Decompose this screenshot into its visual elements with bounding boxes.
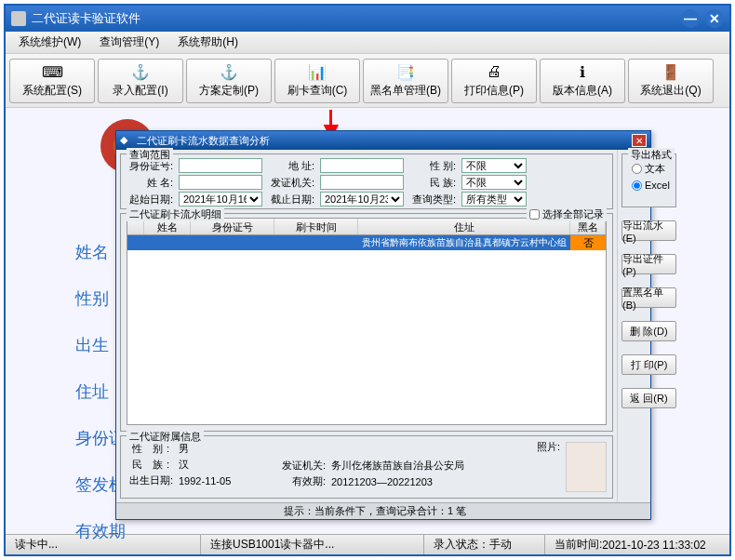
gender-select[interactable]: 不限 bbox=[461, 158, 527, 173]
app-title: 二代证读卡验证软件 bbox=[32, 10, 681, 27]
start-date-select[interactable]: 2021年10月16日 bbox=[179, 192, 262, 207]
id-input[interactable] bbox=[179, 158, 262, 173]
data-table[interactable]: 姓名 身份证号 刷卡时间 住址 黑名单 贵州省黔南布依族苗族自治县真都镇方云村中… bbox=[127, 218, 607, 425]
tool-cardquery[interactable]: 📊刷卡查询(C) bbox=[274, 59, 360, 103]
addr-input[interactable] bbox=[320, 158, 404, 173]
menubar: 系统维护(W) 查询管理(Y) 系统帮助(H) bbox=[6, 32, 729, 54]
dialog-titlebar: ◆ 二代证刷卡流水数据查询分析 ✕ bbox=[116, 131, 650, 150]
nation-select[interactable]: 不限 bbox=[461, 175, 527, 190]
appendix-fieldset: 二代证附属信息 性 别:男 民 族:汉 出生日期:1992-11-05 发证机关… bbox=[120, 435, 613, 499]
status-connection: 连接USB1001读卡器中... bbox=[201, 535, 424, 554]
delete-button[interactable]: 删 除(D) bbox=[621, 321, 676, 341]
table-row[interactable]: 贵州省黔南布依族苗族自治县真都镇方云村中心组 否 bbox=[127, 235, 606, 250]
tool-plan[interactable]: ⚓方案定制(P) bbox=[186, 59, 272, 103]
menu-query[interactable]: 查询管理(Y) bbox=[90, 32, 168, 53]
end-date-select[interactable]: 2021年10月23日 bbox=[320, 192, 404, 207]
status-time: 当前时间:2021-10-23 11:33:02 bbox=[545, 535, 729, 554]
photo-label: 照片: bbox=[537, 440, 560, 454]
export-cert-button[interactable]: 导出证件(P) bbox=[621, 254, 676, 274]
dialog-icon: ◆ bbox=[120, 134, 133, 147]
minimize-button[interactable]: — bbox=[681, 9, 700, 28]
select-all-checkbox[interactable]: 选择全部记录 bbox=[527, 207, 607, 221]
keyboard-icon: ⌨ bbox=[43, 62, 61, 81]
dialog-title: 二代证刷卡流水数据查询分析 bbox=[137, 134, 632, 148]
dialog-statusbar: 提示：当前条件下，查询记录合计：1 笔 bbox=[116, 502, 650, 519]
export-text-radio[interactable]: 文本 bbox=[632, 162, 670, 176]
tool-exit[interactable]: 🚪系统退出(Q) bbox=[628, 59, 714, 103]
print-button[interactable]: 打 印(P) bbox=[621, 354, 676, 375]
menu-system[interactable]: 系统维护(W) bbox=[9, 32, 90, 53]
photo-box bbox=[566, 442, 607, 492]
tool-inputconfig[interactable]: ⚓录入配置(I) bbox=[98, 59, 183, 103]
dialog-close-button[interactable]: ✕ bbox=[632, 134, 647, 147]
door-icon: 🚪 bbox=[662, 62, 680, 81]
tool-print[interactable]: 🖨打印信息(P) bbox=[451, 59, 537, 103]
toolbar: ⌨系统配置(S) ⚓录入配置(I) ⚓方案定制(P) 📊刷卡查询(C) 📑黑名单… bbox=[6, 54, 729, 108]
dialog-sidebar: 导出格式 文本 Excel 导出流水(E) 导出证件(P) 置黑名单(B) 删 … bbox=[617, 150, 680, 502]
status-input-mode: 录入状态：手动 bbox=[424, 535, 545, 554]
tool-version[interactable]: ℹ版本信息(A) bbox=[540, 59, 625, 103]
chart-icon: 📊 bbox=[308, 62, 327, 81]
close-button[interactable]: ✕ bbox=[705, 9, 724, 28]
app-icon bbox=[11, 11, 26, 26]
issuer-input[interactable] bbox=[320, 175, 404, 190]
export-fieldset: 导出格式 文本 Excel bbox=[621, 153, 676, 207]
name-input[interactable] bbox=[179, 175, 262, 190]
detail-fieldset: 二代证刷卡流水明细 选择全部记录 姓名 身份证号 刷卡时间 住址 黑名单 bbox=[120, 213, 613, 432]
list-icon: 📑 bbox=[396, 62, 415, 81]
blacklist-button[interactable]: 置黑名单(B) bbox=[621, 287, 676, 308]
export-flow-button[interactable]: 导出流水(E) bbox=[621, 220, 676, 241]
info-icon: ℹ bbox=[573, 62, 592, 81]
main-titlebar: 二代证读卡验证软件 — ✕ bbox=[6, 6, 729, 32]
tool-blacklist[interactable]: 📑黑名单管理(B) bbox=[363, 59, 448, 103]
type-select[interactable]: 所有类型 bbox=[461, 192, 527, 207]
return-button[interactable]: 返 回(R) bbox=[621, 388, 676, 408]
export-excel-radio[interactable]: Excel bbox=[632, 180, 670, 191]
anchor-icon: ⚓ bbox=[131, 62, 150, 81]
query-range-fieldset: 查询范围 身份证号: 地 址: 性 别: 不限 姓 名: 发证机关: 民 族: … bbox=[120, 153, 613, 209]
menu-help[interactable]: 系统帮助(H) bbox=[168, 32, 247, 53]
anchor-icon: ⚓ bbox=[220, 62, 238, 81]
query-dialog: ◆ 二代证刷卡流水数据查询分析 ✕ 查询范围 身份证号: 地 址: 性 别: 不… bbox=[115, 130, 651, 520]
tool-sysconfig[interactable]: ⌨系统配置(S) bbox=[9, 59, 95, 103]
printer-icon: 🖨 bbox=[485, 62, 503, 81]
